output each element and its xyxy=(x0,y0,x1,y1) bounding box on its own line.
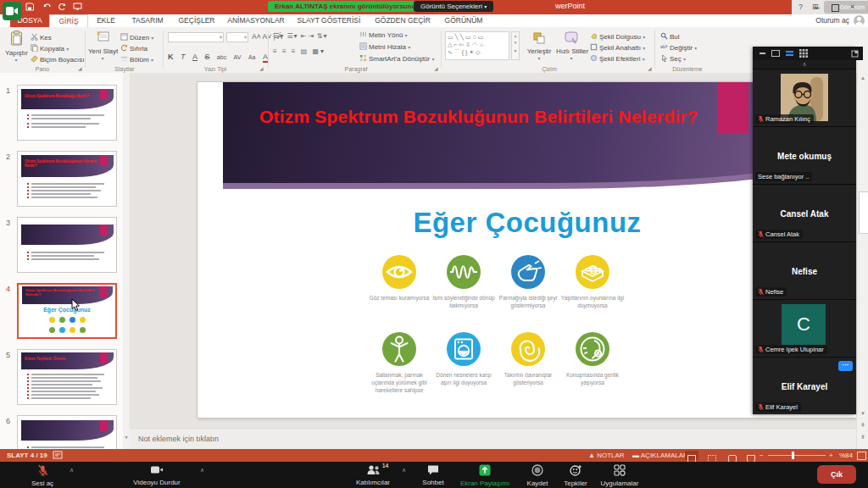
sign-in-link[interactable]: Oturum aç xyxy=(815,14,849,27)
slideshow-view-button[interactable] xyxy=(744,451,758,460)
select-button[interactable]: Seç ▾ xyxy=(660,54,686,63)
video-tile-cansel[interactable]: Cansel Atak Cansel Atak xyxy=(753,184,856,241)
zoom-app-indicator-icon[interactable] xyxy=(3,2,21,20)
alignment-buttons[interactable]: ≡ ≡ ≡ ▤ ▦▾ xyxy=(273,47,326,55)
slide-thumbnail-3[interactable] xyxy=(17,217,117,273)
slide-thumbnail-2[interactable]: Otizm Spektrum Bozukluğunun Nedeni Nedir… xyxy=(17,151,117,207)
shape-fill-button[interactable]: Şekil Dolgusu ▾ xyxy=(590,32,645,41)
scrollbar-thumb[interactable] xyxy=(859,191,868,234)
underline-button[interactable]: A xyxy=(192,53,198,61)
cut-button[interactable]: Kes xyxy=(31,33,52,42)
strikethrough-button[interactable]: S xyxy=(204,53,209,61)
font-dialog-launcher-icon[interactable]: ◢ xyxy=(259,65,264,71)
slide-thumbnail-5[interactable]: Erken Teşhisin Önemi xyxy=(17,349,117,405)
quick-styles-button[interactable]: Hızlı Stiller▾ xyxy=(556,31,587,61)
shapes-scroll-buttons[interactable]: ▴ ▾ ▼ xyxy=(511,31,520,60)
shadow-button[interactable]: abc xyxy=(217,54,226,60)
participants-chevron-icon[interactable]: ∧ xyxy=(402,467,406,474)
arrange-button[interactable]: Yerleştir▾ xyxy=(524,31,554,61)
zoom-slider-thumb[interactable] xyxy=(792,452,794,459)
redo-icon[interactable] xyxy=(58,3,66,13)
reset-button[interactable]: Sıfırla xyxy=(120,44,147,53)
tab-gecisler[interactable]: GEÇİŞLER xyxy=(171,14,222,27)
normal-view-button[interactable] xyxy=(685,451,698,460)
cizim-dialog-launcher-icon[interactable]: ◢ xyxy=(648,65,652,71)
user-avatar-icon[interactable] xyxy=(854,15,865,26)
slide-thumbnail-6[interactable] xyxy=(17,415,117,449)
new-slide-button[interactable]: Yeni Slayt▾ xyxy=(88,30,117,61)
change-case-button[interactable]: Aa xyxy=(248,54,256,60)
paste-button[interactable]: Yapıştır▾ xyxy=(5,30,27,63)
help-icon[interactable]: ? xyxy=(798,0,803,14)
leave-meeting-button[interactable]: Çık xyxy=(817,465,856,484)
view-options-dropdown[interactable]: Görüntü Seçenekleri ▾ xyxy=(414,1,493,12)
close-icon[interactable]: × xyxy=(850,3,854,11)
layout-button[interactable]: Düzen ▾ xyxy=(120,33,153,42)
minimize-icon[interactable]: – xyxy=(815,3,820,12)
video-tile-ramazan[interactable]: Ramazan Kılınç xyxy=(753,69,856,126)
tab-animasyonlar[interactable]: ANİMASYONLAR xyxy=(222,14,290,27)
zoom-floating-view-button[interactable]: Görünüm xyxy=(824,1,868,14)
slide-title-banner[interactable] xyxy=(223,82,844,183)
convert-smartart-button[interactable]: SmartArt'a Dönüştür ▾ xyxy=(359,54,434,63)
tab-ekle[interactable]: EKLE xyxy=(88,14,124,27)
align-text-button[interactable]: Metni Hizala ▾ xyxy=(359,42,410,51)
font-size-combobox[interactable] xyxy=(226,32,248,42)
slideshow-icon[interactable] xyxy=(73,3,82,13)
replace-button[interactable]: abDeğiştir ▾ xyxy=(660,43,697,52)
slide-thumbnail-4-selected[interactable]: Otizm Spektrum Bozukluğunun Belirtileri … xyxy=(17,283,117,339)
more-options-button[interactable]: ··· xyxy=(838,361,853,371)
scroll-down-icon[interactable]: ▾ xyxy=(123,434,130,440)
gallery-view-icon[interactable] xyxy=(799,46,808,61)
scroll-up-icon[interactable]: ▴ xyxy=(857,75,868,81)
zoom-slider[interactable] xyxy=(768,455,826,456)
shape-effects-button[interactable]: Şekil Efektleri ▾ xyxy=(590,54,645,63)
bullets-numbering-buttons[interactable]: ☰▾ ☰▾ ⇤ ⇥ ⇅▾ xyxy=(273,32,327,40)
italic-button[interactable]: T xyxy=(181,53,186,61)
section-button[interactable]: Bölüm ▾ xyxy=(120,55,153,64)
audio-options-chevron-icon[interactable]: ∧ xyxy=(70,467,74,474)
character-spacing-button[interactable]: AV xyxy=(234,54,242,60)
notes-pane[interactable]: Not eklemek için tıklatın xyxy=(130,428,868,450)
slide-thumbnail-1[interactable]: Otizm Spektrum Bozukluğu Nedir? xyxy=(17,85,117,141)
strip-view-icon[interactable] xyxy=(786,51,793,57)
paragraf-dialog-launcher-icon[interactable]: ◢ xyxy=(434,65,438,71)
shapes-gallery[interactable]: ▭ ╲ ╲ ▭ ○ ▭ △ ⌐ ⇦ ⇩ ◠ ☆ ∿ ⌒ { } ✶ ◇ xyxy=(445,31,509,60)
tab-slayt-gosterisi[interactable]: SLAYT GÖSTERİSİ xyxy=(290,14,368,27)
record-button[interactable]: Kaydet xyxy=(519,464,556,487)
tab-tasarim[interactable]: TASARIM xyxy=(124,14,171,27)
previous-slide-icon[interactable]: ⇞ xyxy=(857,422,868,429)
zoom-level[interactable]: %84 xyxy=(839,449,853,462)
panel-minimize-icon[interactable] xyxy=(760,53,765,54)
tab-giris[interactable]: GİRİŞ xyxy=(49,14,88,27)
slide-title[interactable]: Otizm Spektrum Bozukluğunun Belirtileri … xyxy=(259,104,768,130)
share-screen-button[interactable]: Ekran Paylaşımı xyxy=(453,464,517,487)
copy-button[interactable]: Kopyala ▾ xyxy=(31,44,69,53)
apps-button[interactable]: Uygulamalar xyxy=(595,464,644,487)
video-tile-mete[interactable]: Mete okumuş Sese bağlanıyor .. xyxy=(753,126,856,184)
maximize-icon[interactable] xyxy=(832,4,839,12)
format-painter-button[interactable]: Biçim Boyacısı xyxy=(31,55,84,64)
video-tile-nefise[interactable]: Nefise Nefise xyxy=(753,241,856,299)
comments-toggle[interactable]: ▬ AÇIKLAMALAR xyxy=(632,449,688,462)
unmute-button[interactable]: Sesi aç xyxy=(20,464,64,487)
video-tile-cemre[interactable]: C Cemre Ipek Ulupinar xyxy=(753,299,856,357)
font-name-combobox[interactable] xyxy=(168,32,224,42)
video-tile-elif[interactable]: ··· Elif Karayel Elif Karayel xyxy=(753,357,856,414)
find-button[interactable]: Bul xyxy=(660,32,680,41)
save-icon[interactable] xyxy=(25,3,34,13)
undo-icon[interactable] xyxy=(42,3,52,13)
participants-button[interactable]: 14 Katılımcılar xyxy=(348,464,398,486)
tab-gozden-gecir[interactable]: GÖZDEN GEÇİR xyxy=(368,14,437,27)
fit-to-window-button[interactable] xyxy=(857,452,866,460)
collapse-panel-chevron-icon[interactable]: ∧ xyxy=(753,60,856,69)
notes-toggle[interactable]: ▲ NOTLAR xyxy=(588,449,625,462)
video-options-chevron-icon[interactable]: ∧ xyxy=(200,467,204,474)
reactions-button[interactable]: Tepkiler xyxy=(556,464,595,487)
stop-video-button[interactable]: Videoyu Durdur xyxy=(119,464,195,486)
scroll-down-icon[interactable]: ▾ xyxy=(857,410,868,417)
thumbnail-scrollbar[interactable]: ▾ xyxy=(123,73,130,449)
speaker-view-icon[interactable] xyxy=(771,50,780,57)
chat-button[interactable]: Sohbet xyxy=(414,464,453,486)
reading-view-button[interactable] xyxy=(726,451,739,460)
